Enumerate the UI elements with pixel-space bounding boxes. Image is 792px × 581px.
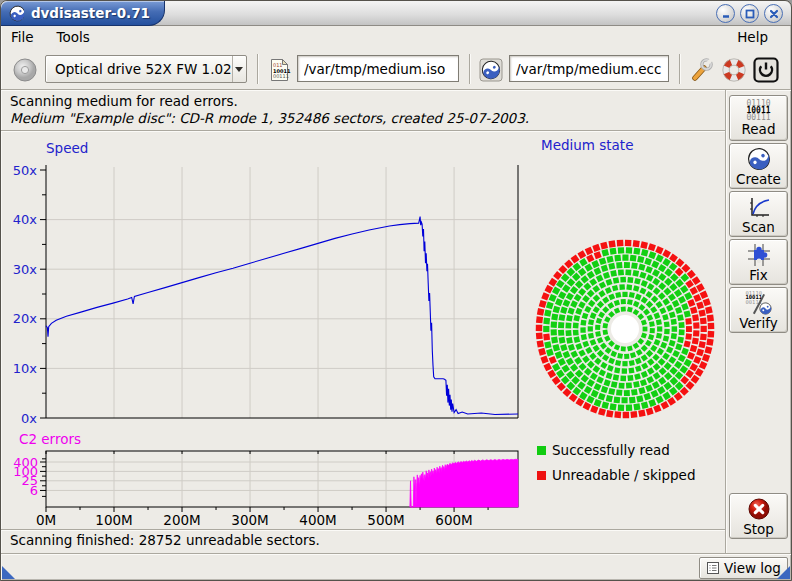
toolbar-separator [469, 54, 471, 84]
svg-text:10x: 10x [13, 361, 38, 376]
chevron-down-icon [235, 67, 243, 72]
medium-state-title: Medium state [541, 137, 633, 153]
fix-button[interactable]: Fix [729, 239, 788, 285]
optical-disc-icon [12, 57, 38, 83]
yinyang-icon [747, 147, 771, 171]
ecc-file-input[interactable] [509, 55, 669, 82]
read-label: Read [742, 122, 776, 136]
menu-file[interactable]: File [11, 28, 43, 47]
quit-button[interactable] [752, 56, 780, 84]
svg-text:00111: 00111 [273, 73, 289, 79]
iso-file-icon: 011 10011 00111 [267, 57, 293, 83]
verify-label: Verify [739, 316, 777, 330]
svg-text:100M: 100M [95, 512, 132, 528]
svg-text:20x: 20x [13, 311, 38, 326]
svg-text:300M: 300M [231, 512, 268, 528]
scan-button[interactable]: Scan [729, 191, 788, 237]
svg-text:500M: 500M [367, 512, 404, 528]
scan-curve-icon [747, 195, 771, 219]
window-title: dvdisaster-0.71 [31, 5, 150, 21]
toolbar-separator [679, 54, 681, 84]
svg-text:0M: 0M [36, 512, 56, 528]
panel-separator [725, 90, 727, 554]
close-icon [768, 8, 780, 20]
verify-button[interactable]: 01110 10011 00111 Verify [729, 287, 788, 333]
image-file-input[interactable] [297, 55, 459, 82]
legend-swatch-green [537, 446, 546, 455]
verify-icon: 01110 10011 00111 [746, 291, 772, 315]
wrench-icon [689, 57, 715, 83]
legend-item-unreadable: Unreadable / skipped [537, 466, 695, 484]
yinyang-small-icon [759, 302, 772, 315]
stop-label: Stop [743, 522, 774, 536]
puzzle-piece-icon [747, 243, 771, 267]
ecc-yinyang-icon [479, 58, 503, 82]
svg-text:200M: 200M [163, 512, 200, 528]
menu-help[interactable]: Help [737, 28, 777, 47]
drive-selector-value: Optical drive 52X FW 1.02 [46, 61, 232, 77]
scan-label: Scan [742, 220, 775, 234]
legend-label: Successfully read [552, 442, 670, 458]
menubar: File Tools Help [1, 27, 791, 48]
binary-read-icon: 01110 10011 00111 [746, 100, 770, 121]
svg-text:400M: 400M [299, 512, 336, 528]
svg-text:50x: 50x [13, 163, 38, 178]
menu-tools[interactable]: Tools [57, 28, 99, 47]
status-message: Scanning medium for read errors. [10, 93, 238, 109]
legend-item-read: Successfully read [537, 441, 695, 459]
toolbar: Optical drive 52X FW 1.02 011 10011 0011… [1, 48, 791, 90]
drive-select-button[interactable] [11, 56, 39, 84]
svg-text:C2 errors: C2 errors [19, 431, 81, 447]
view-log-label: View log [724, 560, 781, 576]
stop-button[interactable]: Stop [729, 493, 788, 539]
legend-swatch-red [537, 471, 546, 480]
legend-label: Unreadable / skipped [552, 467, 695, 483]
svg-text:30x: 30x [13, 262, 38, 277]
separator [1, 553, 792, 555]
minimize-icon [720, 8, 732, 20]
svg-text:Speed: Speed [46, 140, 88, 156]
toolbar-separator [257, 54, 259, 84]
separator [1, 529, 725, 531]
medium-state-disc [531, 237, 721, 427]
power-icon [752, 56, 780, 84]
app-logo-yinyang-icon [9, 5, 24, 22]
svg-text:0x: 0x [21, 411, 37, 426]
view-log-button[interactable]: View log [699, 557, 788, 579]
ecc-file-button[interactable] [477, 56, 505, 84]
resize-grip-left[interactable] [2, 566, 15, 579]
maximize-icon [744, 8, 756, 20]
separator [1, 130, 725, 132]
maximize-button[interactable] [740, 4, 759, 23]
speed-and-c2-charts: 0x10x20x30x40x50x4001002560M100M200M300M… [5, 133, 523, 531]
stop-icon [747, 497, 771, 521]
create-label: Create [736, 172, 781, 186]
create-button[interactable]: Create [729, 143, 788, 189]
svg-text:6: 6 [30, 483, 38, 498]
log-list-icon [706, 561, 720, 575]
minimize-button[interactable] [716, 4, 735, 23]
svg-text:40x: 40x [13, 212, 38, 227]
svg-text:600M: 600M [435, 512, 472, 528]
read-button[interactable]: 01110 10011 00111 Read [729, 95, 788, 141]
app-window: dvdisaster-0.71 File Tools Help [0, 0, 792, 581]
preferences-button[interactable] [688, 56, 716, 84]
scan-result-status: Scanning finished: 28752 unreadable sect… [10, 532, 320, 548]
title-tab: dvdisaster-0.71 [1, 1, 165, 26]
medium-info: Medium "Example disc": CD-R mode 1, 3524… [10, 110, 529, 126]
fix-label: Fix [749, 268, 768, 282]
drive-selector-combo[interactable]: Optical drive 52X FW 1.02 [45, 55, 247, 83]
help-button[interactable] [720, 56, 748, 84]
image-file-button[interactable]: 011 10011 00111 [266, 56, 294, 84]
medium-state-legend: Successfully read Unreadable / skipped [537, 441, 695, 491]
combo-arrow [232, 56, 246, 82]
lifesaver-icon [721, 57, 747, 83]
resize-grip-right[interactable] [777, 566, 790, 579]
close-button[interactable] [764, 4, 783, 23]
titlebar: dvdisaster-0.71 [1, 1, 791, 26]
